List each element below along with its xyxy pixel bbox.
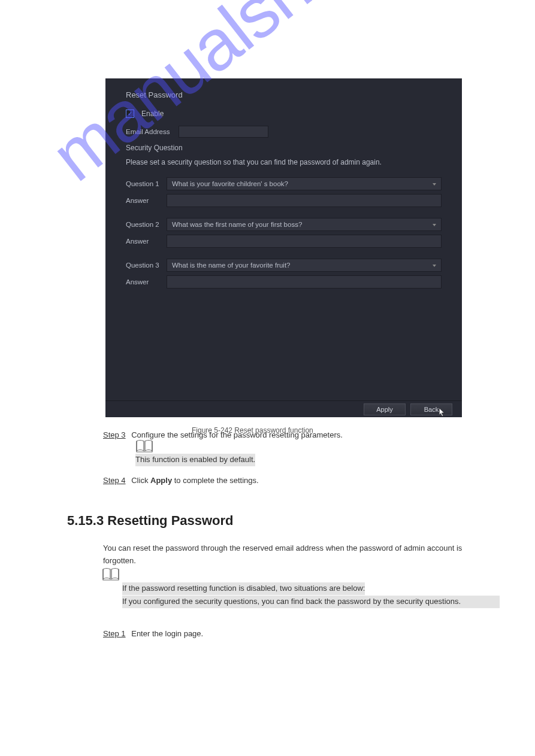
panel-title: Reset Password (126, 90, 442, 99)
section-heading: 5.15.3 Resetting Password (67, 510, 234, 531)
answer2-label: Answer (126, 238, 167, 245)
email-input[interactable] (179, 126, 268, 138)
panel-footer: Apply Back (105, 400, 462, 417)
book-icon (102, 567, 120, 581)
question3-dropdown[interactable]: What is the name of your favorite fruit? (167, 259, 442, 272)
step3-text: Configure the settings for the password … (131, 430, 343, 439)
section-text: You can reset the password through the r… (103, 542, 486, 567)
question3-label: Question 3 (126, 262, 167, 269)
security-question-heading: Security Question (126, 144, 442, 152)
answer1-label: Answer (126, 197, 167, 204)
question1-dropdown[interactable]: What is your favorite children' s book? (167, 177, 442, 190)
back-button[interactable]: Back (410, 403, 452, 415)
step4-rest: to complete the settings. (172, 476, 259, 485)
question1-label: Question 1 (126, 180, 167, 187)
answer1-input[interactable] (167, 194, 442, 207)
question3-value: What is the name of your favorite fruit? (172, 262, 291, 269)
step4-click: Click (131, 476, 150, 485)
note1-text: This function is enabled by default. (135, 454, 255, 466)
apply-button[interactable]: Apply (364, 403, 406, 415)
question2-label: Question 2 (126, 221, 167, 228)
enable-checkbox[interactable] (126, 110, 134, 118)
book-icon (135, 439, 153, 453)
question2-dropdown[interactable]: What was the first name of your first bo… (167, 218, 442, 231)
security-instruction: Please set a security question so that y… (126, 158, 442, 166)
step4-label: Step 4 (103, 476, 126, 485)
note2a-text: If the password resetting function is di… (122, 582, 365, 595)
answer3-label: Answer (126, 278, 167, 286)
step3-label: Step 3 (103, 430, 126, 439)
answer2-input[interactable] (167, 235, 442, 248)
question2-value: What was the first name of your first bo… (172, 221, 302, 228)
answer3-input[interactable] (167, 275, 442, 289)
reset-password-panel: Reset Password Enable Email Address Secu… (105, 78, 462, 417)
step4-apply-bold: Apply (150, 476, 172, 485)
step1-text: Enter the login page. (131, 629, 203, 638)
email-label: Email Address (126, 128, 179, 135)
question1-value: What is your favorite children' s book? (172, 180, 288, 187)
note2b-text: If you configured the security questions… (122, 596, 500, 608)
step1-label: Step 1 (103, 629, 126, 638)
enable-label: Enable (141, 110, 164, 118)
